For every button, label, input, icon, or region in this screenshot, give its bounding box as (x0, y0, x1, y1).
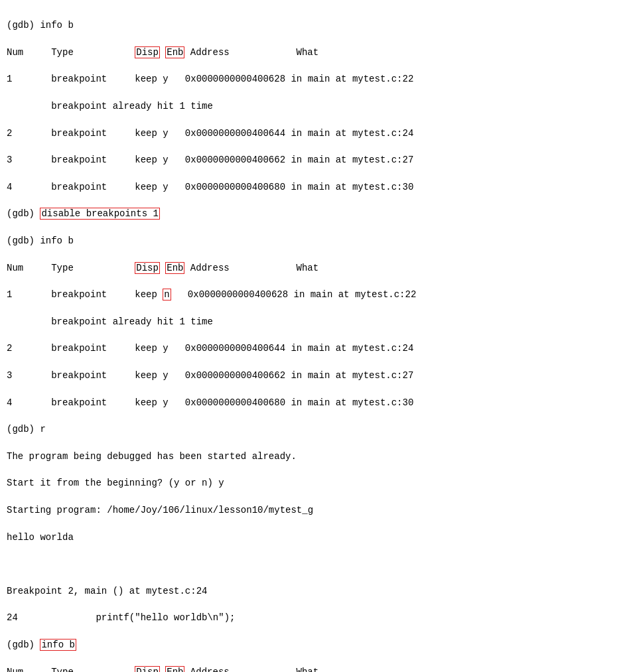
line-13: 2 breakpoint keep y 0x0000000000400644 i… (7, 343, 413, 354)
line-8: (gdb) disable breakpoints 1 (7, 208, 160, 220)
disp-header-1: Disp (135, 46, 160, 58)
enb-header-1: Enb (165, 46, 184, 58)
line-2: Num Type Disp Enb Address What (7, 46, 318, 58)
line-16: (gdb) r (7, 424, 46, 435)
line-23: 24 printf("hello worldb\n"); (7, 612, 235, 623)
disp-header-2: Disp (135, 262, 160, 274)
line-24: (gdb) info b (7, 639, 76, 651)
disp-header-3: Disp (135, 666, 160, 672)
line-17: The program being debugged has been star… (7, 451, 297, 462)
line-6: 3 breakpoint keep y 0x0000000000400662 i… (7, 155, 413, 165)
line-25: Num Type Disp Enb Address What (7, 666, 318, 672)
line-18: Start it from the beginning? (y or n) y (7, 478, 224, 488)
line-5: 2 breakpoint keep y 0x0000000000400644 i… (7, 128, 413, 139)
line-1: (gdb) info b (7, 20, 74, 31)
line-22: Breakpoint 2, main () at mytest.c:24 (7, 586, 207, 596)
terminal-output: (gdb) info b Num Type Disp Enb Address W… (7, 5, 624, 672)
line-20: hello worlda (7, 532, 74, 543)
line-11: 1 breakpoint keep n 0x0000000000400628 i… (7, 289, 416, 301)
line-14: 3 breakpoint keep y 0x0000000000400662 i… (7, 370, 413, 381)
enb-n-1: n (163, 289, 171, 301)
line-7: 4 breakpoint keep y 0x0000000000400680 i… (7, 182, 413, 192)
line-3: 1 breakpoint keep y 0x0000000000400628 i… (7, 74, 413, 84)
line-12: breakpoint already hit 1 time (7, 316, 213, 327)
enb-header-3: Enb (165, 666, 184, 672)
line-4: breakpoint already hit 1 time (7, 101, 213, 111)
disable-cmd: disable breakpoints 1 (40, 208, 159, 220)
line-15: 4 breakpoint keep y 0x0000000000400680 i… (7, 397, 413, 408)
line-19: Starting program: /home/Joy/106/linux/le… (7, 505, 313, 515)
line-10: Num Type Disp Enb Address What (7, 262, 318, 274)
enb-header-2: Enb (165, 262, 184, 274)
info-b-cmd: info b (40, 639, 76, 651)
line-9: (gdb) info b (7, 235, 74, 246)
